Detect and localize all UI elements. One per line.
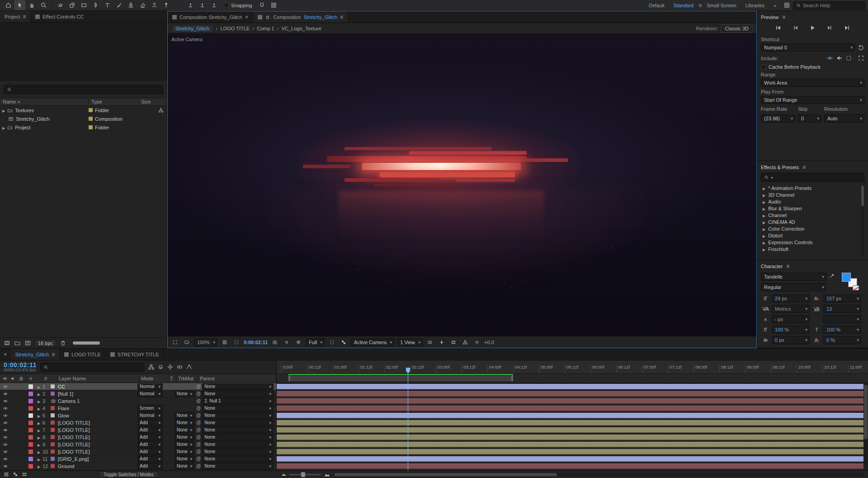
- eye-icon[interactable]: [3, 391, 8, 397]
- label-swatch[interactable]: [28, 384, 33, 389]
- twirl-icon[interactable]: [763, 206, 765, 211]
- layer-row-11[interactable]: 11 [GRID_E.png] Add None @None: [0, 455, 276, 463]
- twirl-icon[interactable]: [763, 240, 765, 245]
- resolution-dropdown[interactable]: Full: [306, 338, 325, 346]
- expand-panel-icon[interactable]: [170, 338, 179, 346]
- vertical-scale-dropdown[interactable]: 100%: [772, 326, 810, 334]
- pan-behind-tool[interactable]: [66, 0, 77, 10]
- column-name[interactable]: Name: [0, 99, 89, 104]
- blend-mode-dropdown[interactable]: Add: [137, 434, 163, 440]
- font-family-dropdown[interactable]: Tandelle: [761, 273, 826, 281]
- include-video-icon[interactable]: [826, 55, 833, 62]
- workspace-default[interactable]: Default: [645, 2, 669, 9]
- shortcut-dropdown[interactable]: Numpad 0: [761, 43, 855, 52]
- pick-whip-icon[interactable]: @: [196, 384, 201, 389]
- hide-shy-layers-icon[interactable]: [157, 364, 164, 370]
- search-options-caret-icon[interactable]: [771, 175, 774, 180]
- blend-mode-dropdown[interactable]: Normal: [137, 412, 163, 419]
- timeline-vscrollbar[interactable]: [863, 383, 868, 470]
- eye-icon[interactable]: [3, 413, 8, 418]
- clone-stamp-tool[interactable]: [125, 0, 136, 10]
- twirl-icon[interactable]: [763, 213, 765, 218]
- next-frame-button[interactable]: [825, 24, 835, 32]
- include-audio-muted-icon[interactable]: [836, 55, 843, 62]
- trkmat-dropdown[interactable]: None: [175, 441, 194, 448]
- pick-whip-icon[interactable]: @: [196, 464, 201, 469]
- pick-whip-icon[interactable]: @: [196, 456, 201, 461]
- layer-bar[interactable]: [277, 464, 868, 469]
- parent-dropdown[interactable]: None: [202, 405, 274, 412]
- pixel-aspect-icon[interactable]: [425, 338, 434, 346]
- snap-to-edges-icon[interactable]: [257, 0, 268, 10]
- resolution-dropdown[interactable]: Auto: [824, 114, 864, 123]
- effects-category[interactable]: Expression Controls: [761, 239, 864, 246]
- font-size-dropdown[interactable]: 24px: [772, 294, 810, 303]
- label-swatch[interactable]: [28, 450, 33, 454]
- layer-name[interactable]: [LOGO TITLE]: [58, 427, 137, 433]
- pick-whip-icon[interactable]: @: [196, 413, 201, 418]
- eye-icon[interactable]: [3, 456, 8, 462]
- panel-menu-icon[interactable]: [782, 14, 785, 20]
- world-axis-mode-icon[interactable]: [197, 0, 208, 10]
- blend-mode-dropdown[interactable]: Add: [137, 456, 163, 462]
- twirl-icon[interactable]: [2, 125, 5, 130]
- pick-whip-icon[interactable]: @: [196, 391, 201, 396]
- work-area-strip[interactable]: [277, 374, 868, 383]
- layer-row-7[interactable]: 7 [LOGO TITLE] Add None @None: [0, 426, 276, 434]
- effects-category[interactable]: Frischluft: [761, 246, 864, 252]
- trash-icon[interactable]: [60, 340, 66, 346]
- work-area-bar[interactable]: [288, 375, 513, 381]
- parent-dropdown[interactable]: 2. Null 1: [202, 398, 274, 404]
- project-search-input[interactable]: [14, 87, 160, 92]
- panel-menu-icon[interactable]: [23, 14, 26, 20]
- range-dropdown[interactable]: Work Area: [761, 79, 864, 87]
- graph-editor-icon[interactable]: [186, 364, 193, 370]
- fill-stroke-swatches[interactable]: [840, 273, 863, 292]
- panel-menu-icon[interactable]: [340, 14, 343, 20]
- eye-icon[interactable]: [3, 384, 8, 389]
- tab-composition-inactive[interactable]: Composition Stretchy_Glitch: [168, 11, 253, 23]
- play-from-dropdown[interactable]: Start Of Range: [761, 96, 864, 104]
- font-style-dropdown[interactable]: Regular: [761, 283, 826, 291]
- blend-mode-dropdown[interactable]: Add: [137, 427, 163, 433]
- twirl-icon[interactable]: [763, 233, 765, 238]
- orbit-camera-tool[interactable]: [55, 0, 66, 10]
- zoom-in-mountain-icon[interactable]: [324, 471, 330, 478]
- home-icon[interactable]: [3, 0, 14, 10]
- exposure-value[interactable]: +0.0: [484, 340, 494, 345]
- layer-bar[interactable]: [277, 391, 868, 397]
- layer-name[interactable]: Flare: [58, 406, 137, 411]
- help-search[interactable]: [793, 1, 865, 9]
- pick-whip-icon[interactable]: @: [196, 406, 201, 411]
- twirl-icon[interactable]: [35, 384, 42, 389]
- puppet-pin-tool[interactable]: [160, 0, 171, 10]
- timeline-hscrollbar[interactable]: [333, 473, 863, 477]
- column-parent[interactable]: Parent: [198, 374, 276, 383]
- motion-blur-icon[interactable]: [176, 364, 183, 370]
- pick-whip-icon[interactable]: @: [196, 442, 201, 447]
- timeline-zoom-slider[interactable]: [289, 474, 321, 475]
- twirl-icon[interactable]: [35, 442, 42, 447]
- pen-tool[interactable]: [90, 0, 101, 10]
- pick-whip-icon[interactable]: @: [196, 449, 201, 454]
- eraser-tool[interactable]: [137, 0, 148, 10]
- twirl-icon[interactable]: [763, 219, 765, 225]
- timeline-search-input[interactable]: [51, 364, 141, 370]
- leading-dropdown[interactable]: 157px: [823, 294, 861, 303]
- twirl-icon[interactable]: [2, 108, 5, 113]
- cache-export-icon[interactable]: [858, 55, 864, 62]
- project-search[interactable]: [4, 85, 163, 94]
- grid-guides-icon[interactable]: [220, 338, 229, 346]
- twirl-icon[interactable]: [35, 398, 42, 404]
- view-axis-mode-icon[interactable]: [208, 0, 219, 10]
- fast-previews-icon[interactable]: [437, 338, 446, 346]
- frame-rate-dropdown[interactable]: (23.98): [761, 114, 795, 123]
- expand-switches-icon[interactable]: [4, 472, 9, 477]
- baseline-shift-dropdown[interactable]: 0px: [772, 336, 810, 344]
- flowchart-icon[interactable]: [461, 338, 470, 346]
- first-frame-button[interactable]: [774, 24, 783, 32]
- eyedropper-icon[interactable]: [828, 273, 835, 279]
- play-button[interactable]: [808, 24, 818, 32]
- label-swatch[interactable]: [28, 442, 33, 447]
- label-swatch[interactable]: [28, 406, 33, 411]
